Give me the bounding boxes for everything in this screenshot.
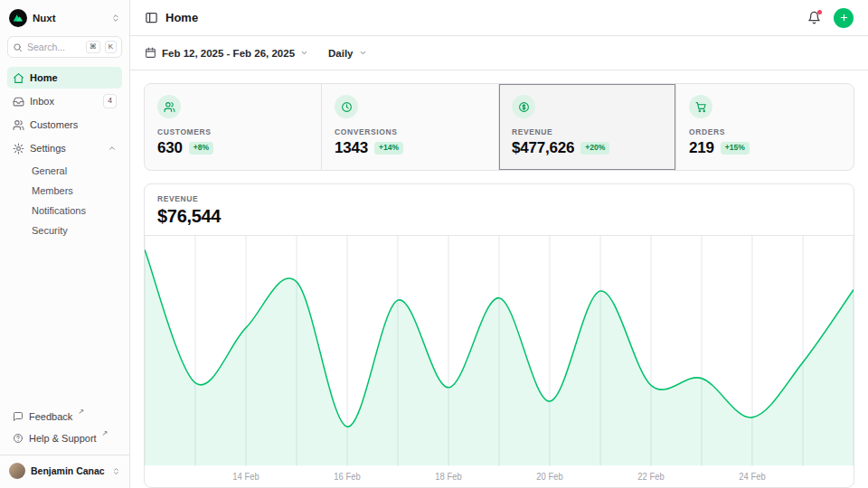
stat-trend-badge: +14%	[374, 142, 403, 154]
date-range-picker[interactable]: Feb 12, 2025 - Feb 26, 2025	[145, 47, 308, 59]
shopping-cart-icon	[689, 95, 712, 118]
add-button[interactable]	[834, 8, 854, 28]
chart-plot-area: 14 Feb16 Feb18 Feb20 Feb22 Feb24 Feb	[145, 236, 854, 487]
stat-trend-badge: +8%	[189, 142, 213, 154]
chart-label: REVENUE	[157, 194, 841, 203]
sidebar-item-help-support[interactable]: Help & Support ↗	[7, 427, 122, 449]
sidebar-subitem-notifications[interactable]: Notifications	[32, 201, 122, 221]
sidebar-item-label: Settings	[30, 143, 66, 154]
sidebar-item-inbox[interactable]: Inbox 4	[7, 90, 122, 112]
stat-label: CONVERSIONS	[335, 127, 486, 136]
svg-text:16 Feb: 16 Feb	[334, 472, 361, 482]
user-menu[interactable]: Benjamin Canac	[0, 455, 129, 481]
sidebar-item-label: Home	[30, 72, 58, 83]
users-icon	[157, 95, 181, 118]
chevron-down-icon	[359, 49, 367, 57]
chart-header: REVENUE $76,544	[145, 184, 854, 236]
filters-toolbar: Feb 12, 2025 - Feb 26, 2025 Daily	[130, 36, 868, 70]
search-icon	[13, 42, 23, 52]
page-title: Home	[165, 11, 800, 24]
revenue-area-chart: 14 Feb16 Feb18 Feb20 Feb22 Feb24 Feb	[145, 236, 854, 487]
search-placeholder: Search...	[27, 42, 81, 52]
sidebar-item-customers[interactable]: Customers	[7, 114, 122, 136]
home-icon	[13, 72, 24, 84]
search-input[interactable]: Search... ⌘ K	[7, 36, 122, 58]
stat-value: $477,626	[512, 139, 574, 157]
chevron-up-icon	[108, 144, 117, 153]
gear-icon	[13, 143, 24, 155]
inbox-count-badge: 4	[103, 94, 117, 108]
sidebar-subitem-security[interactable]: Security	[32, 221, 122, 240]
notifications-bell-button[interactable]	[807, 11, 821, 24]
svg-text:20 Feb: 20 Feb	[536, 472, 563, 482]
sidebar-item-feedback[interactable]: Feedback ↗	[7, 406, 122, 427]
chevron-down-icon	[300, 49, 308, 57]
workspace-selector[interactable]: Nuxt	[7, 7, 122, 36]
chart-total-value: $76,544	[157, 206, 841, 227]
sidebar-subitem-members[interactable]: Members	[32, 181, 122, 201]
clock-icon	[335, 95, 358, 118]
sidebar: Nuxt Search... ⌘ K Home	[0, 0, 130, 488]
chevrons-up-down-icon	[111, 10, 120, 26]
stat-trend-badge: +15%	[721, 142, 750, 154]
dollar-circle-icon	[512, 95, 535, 118]
page-content: CUSTOMERS 630 +8% CONVERSIONS 1343 +14%	[130, 70, 868, 488]
workspace-name: Nuxt	[33, 13, 106, 23]
kbd-k: K	[105, 41, 117, 53]
period-select[interactable]: Daily	[328, 48, 367, 59]
svg-text:24 Feb: 24 Feb	[739, 472, 766, 482]
nuxt-logo-icon	[9, 9, 27, 27]
external-link-icon: ↗	[78, 408, 84, 416]
sidebar-item-label: Inbox	[30, 96, 54, 107]
svg-text:18 Feb: 18 Feb	[435, 472, 462, 482]
sidebar-item-label: Customers	[30, 119, 78, 130]
stat-label: REVENUE	[512, 127, 663, 136]
user-name: Benjamin Canac	[31, 465, 107, 476]
app-window: Nuxt Search... ⌘ K Home	[0, 0, 868, 488]
users-icon	[13, 119, 24, 131]
kbd-cmd: ⌘	[86, 41, 100, 53]
main-area: Home Feb 12, 2025 - Feb 26, 2025 Daily	[130, 0, 868, 488]
chevrons-up-down-icon	[112, 467, 120, 475]
sidebar-subitem-general[interactable]: General	[32, 161, 122, 181]
sidebar-nav: Home Inbox 4 Customers Settings	[7, 67, 122, 242]
stat-label: CUSTOMERS	[157, 127, 308, 136]
stat-card-customers[interactable]: CUSTOMERS 630 +8%	[145, 84, 322, 170]
svg-text:22 Feb: 22 Feb	[637, 472, 665, 482]
stat-value: 219	[689, 139, 714, 157]
inbox-icon	[13, 96, 24, 108]
stats-row: CUSTOMERS 630 +8% CONVERSIONS 1343 +14%	[144, 83, 854, 171]
calendar-icon	[145, 47, 156, 59]
revenue-chart-card: REVENUE $76,544 14 Feb16 Feb18 Feb20 Feb…	[144, 183, 854, 488]
sidebar-item-home[interactable]: Home	[7, 67, 122, 89]
stat-card-revenue[interactable]: REVENUE $477,626 +20%	[499, 84, 676, 170]
stat-value: 630	[157, 139, 183, 157]
stat-card-orders[interactable]: ORDERS 219 +15%	[676, 84, 854, 170]
stat-value: 1343	[335, 139, 368, 157]
sidebar-toggle-button[interactable]	[145, 11, 158, 24]
message-bubble-icon	[13, 411, 24, 422]
stat-trend-badge: +20%	[580, 142, 609, 154]
avatar	[9, 463, 25, 479]
stat-card-conversions[interactable]: CONVERSIONS 1343 +14%	[322, 84, 499, 170]
period-value: Daily	[328, 48, 354, 59]
date-range-value: Feb 12, 2025 - Feb 26, 2025	[162, 48, 295, 59]
help-circle-icon	[13, 433, 24, 444]
stat-label: ORDERS	[689, 127, 841, 136]
external-link-icon: ↗	[102, 429, 108, 437]
sidebar-item-settings[interactable]: Settings	[7, 137, 122, 159]
page-header: Home	[130, 0, 868, 36]
svg-text:14 Feb: 14 Feb	[232, 472, 259, 482]
settings-submenu: General Members Notifications Security	[7, 161, 122, 240]
notification-dot	[817, 10, 822, 14]
